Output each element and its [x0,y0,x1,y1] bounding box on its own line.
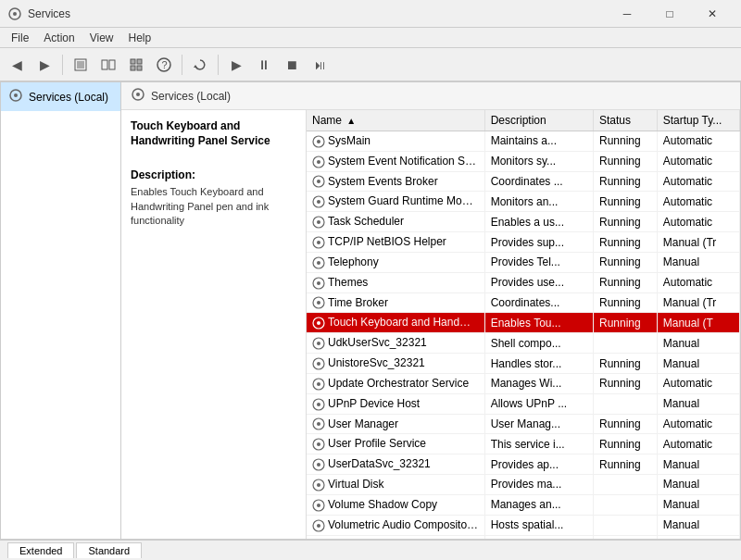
service-startup-cell: Automatic [657,131,739,152]
tab-standard[interactable]: Standard [76,542,142,558]
table-row[interactable]: Volume Shadow Copy Manages an... Manual [307,494,740,515]
menu-view[interactable]: View [82,30,121,46]
menu-action[interactable]: Action [36,30,82,46]
menu-help[interactable]: Help [121,30,159,46]
service-startup-cell: Manual [657,475,739,495]
service-status-cell [594,515,658,535]
table-row[interactable]: UserDataSvc_32321 Provides ap... Running… [307,454,740,475]
service-startup-cell: Automatic [657,272,739,292]
service-status-cell: Running [594,313,658,333]
content-header-icon [131,87,145,105]
col-startup[interactable]: Startup Ty... [657,110,739,131]
nav-services-local-label: Services (Local) [29,91,108,104]
table-row[interactable]: System Guard Runtime Monitor Broker Moni… [307,192,740,212]
tab-extended[interactable]: Extended [7,542,74,558]
table-row[interactable]: SysMain Maintains a... Running Automatic [307,131,740,152]
svg-point-38 [317,342,320,345]
table-row[interactable]: System Events Broker Coordinates ... Run… [307,171,740,192]
svg-text:?: ? [162,59,168,70]
service-name-cell: W3C Logging Service [307,535,484,539]
maximize-button[interactable]: □ [648,0,691,28]
service-desc-cell: User Manag... [484,414,593,434]
left-panel: Touch Keyboard and Handwriting Panel Ser… [121,110,307,539]
table-row[interactable]: Volumetric Audio Compositor Service Host… [307,515,740,535]
play-button[interactable]: ▶ [223,52,249,78]
service-status-cell: Running [594,252,658,272]
main-container: Services (Local) Services (Local) Touch … [0,81,741,540]
svg-point-28 [317,241,320,244]
back-button[interactable]: ◀ [4,52,30,78]
svg-rect-4 [102,60,107,69]
table-row[interactable]: UdkUserSvc_32321 Shell compo... Manual [307,333,740,354]
nav-services-local[interactable]: Services (Local) [1,82,120,111]
table-row[interactable]: Virtual Disk Provides ma... Manual [307,475,740,495]
sort-arrow-name: ▲ [346,116,356,126]
pause-button[interactable]: ⏸ [251,52,277,78]
service-name-cell: Update Orchestrator Service [307,373,484,393]
service-name-cell: System Event Notification Service [307,151,484,171]
table-row[interactable]: User Manager User Manag... Running Autom… [307,414,740,434]
restart-button[interactable]: ⏯ [307,52,333,78]
service-desc-cell: Provides use... [484,272,593,292]
close-button[interactable]: ✕ [691,0,734,28]
table-row[interactable]: UPnP Device Host Allows UPnP ... Manual [307,393,740,414]
service-name-cell: Task Scheduler [307,212,484,232]
service-desc-cell: Provides Tel... [484,252,593,272]
table-row[interactable]: Task Scheduler Enables a us... Running A… [307,212,740,232]
service-desc-cell: This service i... [484,434,593,454]
service-status-cell: Running [594,131,658,152]
table-row[interactable]: Themes Provides use... Running Automatic [307,272,740,292]
refresh-button[interactable] [187,52,213,78]
services-table: Name ▲ Description Status Startup Ty... … [307,110,740,539]
service-desc-cell: Hosts spatial... [484,515,593,535]
service-name-cell: UdkUserSvc_32321 [307,333,484,354]
selected-service-name: Touch Keyboard and Handwriting Panel Ser… [131,119,296,148]
col-status[interactable]: Status [594,110,658,131]
toolbar-separator-2 [182,55,182,75]
service-status-cell [594,535,658,539]
content-area: Services (Local) Touch Keyboard and Hand… [121,82,740,539]
svg-point-54 [317,504,320,507]
stop-button[interactable]: ⏹ [279,52,305,78]
split-content: Touch Keyboard and Handwriting Panel Ser… [121,110,740,539]
service-desc-cell: Coordinates... [484,292,593,313]
services-local-icon [8,88,23,106]
minimize-button[interactable]: ─ [606,0,648,28]
table-row[interactable]: TCP/IP NetBIOS Helper Provides sup... Ru… [307,232,740,253]
service-desc-cell: Maintains a... [484,131,593,152]
service-name-cell: Telephony [307,252,484,272]
table-row[interactable]: Update Orchestrator Service Manages Wi..… [307,373,740,393]
table-header-row: Name ▲ Description Status Startup Ty... [307,110,740,131]
map-button[interactable] [95,52,121,78]
col-desc[interactable]: Description [484,110,593,131]
service-startup-cell: Automatic [657,414,739,434]
svg-point-44 [317,403,320,406]
content-header-title: Services (Local) [151,90,231,103]
up-button[interactable] [68,52,94,78]
service-startup-cell: Automatic [657,373,739,393]
service-startup-cell: Manual (Tr [657,232,739,253]
svg-point-22 [317,180,320,183]
table-row[interactable]: UnistoreSvc_32321 Handles stor... Runnin… [307,354,740,374]
table-row[interactable]: Time Broker Coordinates... Running Manua… [307,292,740,313]
forward-button[interactable]: ▶ [31,52,57,78]
view-button[interactable] [123,52,149,78]
svg-point-36 [317,321,320,325]
description-text: Enables Touch Keyboard and Handwriting P… [131,185,296,228]
table-row[interactable]: Touch Keyboard and Handwriting Pan... En… [307,313,740,333]
svg-rect-3 [77,61,84,68]
service-name-cell: User Manager [307,414,484,434]
table-row[interactable]: System Event Notification Service Monito… [307,151,740,171]
content-header: Services (Local) [121,82,740,110]
table-row[interactable]: User Profile Service This service i... R… [307,434,740,454]
service-desc-cell: Provides sup... [484,232,593,253]
svg-point-16 [136,93,140,96]
service-name-cell: Themes [307,272,484,292]
help-button[interactable]: ? [151,52,177,78]
menu-file[interactable]: File [4,30,36,46]
col-name[interactable]: Name ▲ [307,110,484,131]
table-row[interactable]: W3C Logging Service Provides W3... Manua… [307,535,740,539]
service-status-cell: Running [594,192,658,212]
status-bar: Extended Standard [0,540,741,560]
table-row[interactable]: Telephony Provides Tel... Running Manual [307,252,740,272]
